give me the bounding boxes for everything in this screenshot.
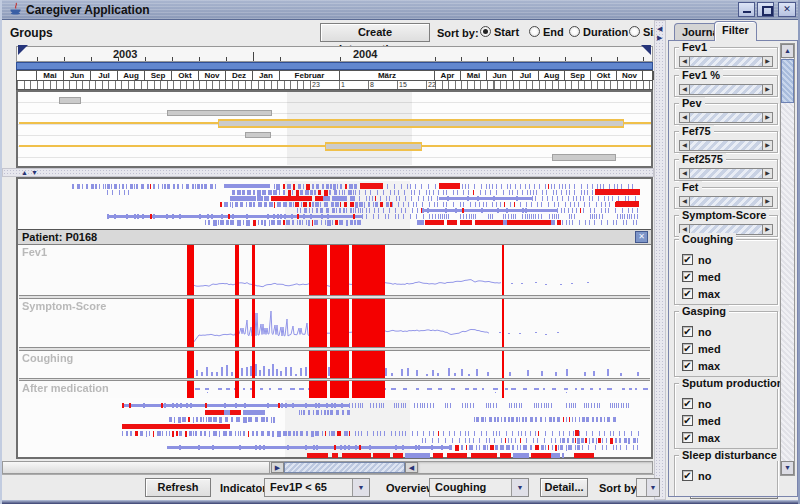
collapse-up-icon[interactable]: ▲	[21, 169, 28, 176]
sort-radio-start[interactable]	[480, 26, 491, 37]
slider-track[interactable]	[690, 197, 762, 206]
scroll-left-button[interactable]: ◀	[405, 462, 418, 473]
scroll-up-button[interactable]: ▲	[781, 44, 794, 58]
expand-right-icon[interactable]: ▶	[657, 34, 662, 41]
tab-filter[interactable]: Filter	[714, 21, 757, 41]
month-cell[interactable]: Nov	[617, 71, 643, 80]
overview-combobox[interactable]: Coughing ▼	[429, 478, 529, 497]
close-button[interactable]: ✕	[778, 2, 796, 17]
range-handle-right-icon[interactable]	[641, 45, 651, 55]
month-cell[interactable]: Mai	[37, 71, 64, 80]
range-slider[interactable]: ◀▶	[679, 112, 773, 123]
vertical-splitter[interactable]: ◀ ▶	[654, 20, 666, 500]
month-cell[interactable]: Aug	[539, 71, 565, 80]
checkbox-max[interactable]: ✔	[682, 360, 693, 371]
maximize-button[interactable]	[757, 2, 774, 17]
group-span-line[interactable]	[422, 145, 651, 147]
checkbox-med[interactable]: ✔	[682, 271, 693, 282]
month-cell[interactable]: Nov	[199, 71, 226, 80]
slider-right-arrow-icon[interactable]: ▶	[762, 85, 772, 94]
week-cells[interactable]	[435, 81, 650, 89]
month-cell[interactable]: Dez	[226, 71, 253, 80]
scroll-right-button[interactable]: ▶	[271, 462, 284, 473]
interval-bar[interactable]	[59, 97, 81, 104]
checkbox-med[interactable]: ✔	[682, 415, 693, 426]
interval-bar[interactable]	[552, 154, 616, 161]
month-cell[interactable]: Okt	[591, 71, 617, 80]
patient-close-button[interactable]: ✕	[635, 231, 648, 243]
month-cell[interactable]: Jun	[64, 71, 91, 80]
week-cells[interactable]	[17, 81, 310, 89]
selected-range-bar[interactable]	[16, 62, 653, 70]
slider-left-arrow-icon[interactable]: ◀	[680, 197, 690, 206]
sort-radio-duration[interactable]	[569, 26, 580, 37]
slider-track[interactable]	[690, 85, 762, 94]
collapse-left-icon[interactable]: ◀	[657, 25, 662, 32]
month-cell[interactable]: Sep	[565, 71, 591, 80]
month-cell[interactable]: Sep	[145, 71, 172, 80]
slider-left-arrow-icon[interactable]: ◀	[680, 57, 690, 66]
scrollbar-track[interactable]	[3, 462, 270, 473]
checkbox-max[interactable]: ✔	[682, 432, 693, 443]
checkbox-no[interactable]: ✔	[682, 326, 693, 337]
month-cell[interactable]: Okt	[172, 71, 199, 80]
month-cell[interactable]: März	[340, 71, 435, 80]
group-span-line[interactable]	[19, 122, 218, 124]
group-interval-bar[interactable]	[325, 142, 422, 151]
range-handle-left-icon[interactable]	[18, 45, 28, 55]
horizontal-scrollbar[interactable]: ▶ ◀	[2, 461, 653, 474]
month-cell[interactable]: Jan	[253, 71, 280, 80]
month-cell[interactable]: Jul	[513, 71, 539, 80]
month-cell[interactable]	[643, 71, 654, 80]
scrollbar-thumb[interactable]	[284, 462, 405, 473]
slider-left-arrow-icon[interactable]: ◀	[680, 85, 690, 94]
group-span-line[interactable]	[19, 145, 325, 147]
sort-radio-size[interactable]	[629, 26, 640, 37]
group-span-line[interactable]	[624, 122, 651, 124]
scrollbar-track[interactable]	[418, 462, 652, 473]
range-slider[interactable]: ◀▶	[679, 168, 773, 179]
slider-right-arrow-icon[interactable]: ▶	[762, 57, 772, 66]
filter-vertical-scrollbar[interactable]: ▲ ▼	[780, 43, 795, 476]
checkbox-no[interactable]: ✔	[682, 254, 693, 265]
scrollbar-thumb[interactable]	[781, 59, 794, 103]
expand-down-icon[interactable]: ▼	[31, 169, 38, 176]
slider-right-arrow-icon[interactable]: ▶	[762, 169, 772, 178]
sort-radio-end[interactable]	[529, 26, 540, 37]
range-slider[interactable]: ◀▶	[679, 196, 773, 207]
horizontal-splitter[interactable]: ▲ ▼	[2, 168, 654, 177]
slider-left-arrow-icon[interactable]: ◀	[680, 141, 690, 150]
slider-right-arrow-icon[interactable]: ▶	[762, 197, 772, 206]
slider-track[interactable]	[690, 169, 762, 178]
month-scale[interactable]: MaiJunJulAugSepOktNovDezJanFebruarMärzAp…	[16, 70, 653, 81]
scroll-down-button[interactable]: ▼	[781, 461, 794, 475]
patient-panel-header[interactable]: Patient: P0168 ✕	[18, 229, 651, 245]
month-cell[interactable]: Mai	[461, 71, 487, 80]
indicator-combobox[interactable]: Fev1P < 65 ▼	[264, 478, 370, 497]
slider-right-arrow-icon[interactable]: ▶	[762, 141, 772, 150]
minimize-button[interactable]	[738, 2, 755, 17]
slider-left-arrow-icon[interactable]: ◀	[680, 113, 690, 122]
year-ruler[interactable]: 20032004	[16, 46, 653, 62]
interval-bar[interactable]	[167, 110, 272, 116]
month-cell[interactable]: Apr	[435, 71, 461, 80]
slider-track[interactable]	[690, 141, 762, 150]
sort-by-combobox[interactable]: ▼	[636, 478, 660, 497]
create-intervention-button[interactable]: Create Intervention...	[320, 23, 430, 42]
checkbox-no[interactable]: ✔	[682, 398, 693, 409]
group-interval-bar[interactable]	[218, 119, 624, 128]
slider-track[interactable]	[690, 113, 762, 122]
detail-button[interactable]: Detail...	[540, 478, 588, 497]
interval-bar[interactable]	[245, 132, 271, 138]
checkbox-no[interactable]: ✔	[682, 470, 693, 481]
groups-overview-panel[interactable]	[16, 90, 653, 168]
month-cell[interactable]: Februar	[280, 71, 340, 80]
slider-track[interactable]	[690, 57, 762, 66]
title-bar[interactable]: Caregiver Application ✕	[2, 0, 800, 20]
month-cell[interactable]: Aug	[118, 71, 145, 80]
slider-left-arrow-icon[interactable]: ◀	[680, 169, 690, 178]
slider-right-arrow-icon[interactable]: ▶	[762, 113, 772, 122]
month-cell[interactable]: Jun	[487, 71, 513, 80]
checkbox-med[interactable]: ✔	[682, 343, 693, 354]
range-slider[interactable]: ◀▶	[679, 56, 773, 67]
